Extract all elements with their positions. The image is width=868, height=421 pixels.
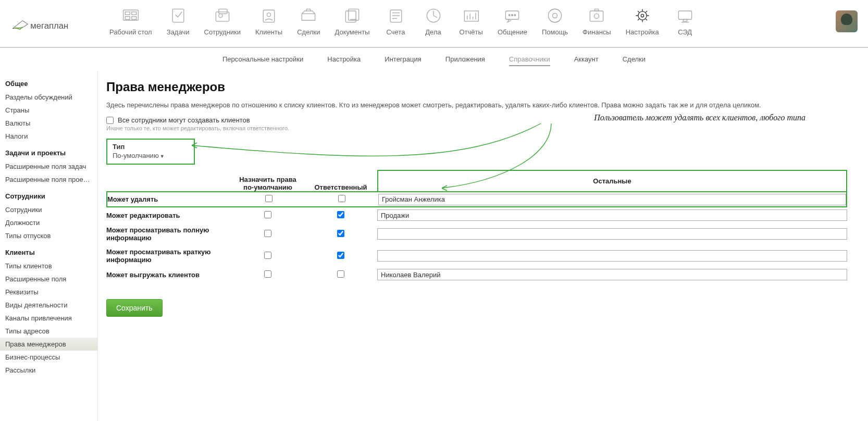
subnav-item-4[interactable]: Справочники (509, 55, 550, 66)
permission-responsible-checkbox[interactable] (337, 270, 344, 278)
permission-default-checkbox[interactable] (264, 211, 271, 218)
svg-rect-34 (595, 9, 599, 11)
topnav-item-12[interactable]: Настройка (626, 6, 659, 36)
topnav-item-0[interactable]: Рабочий стол (109, 6, 152, 36)
topnav-item-9[interactable]: Общение (498, 6, 527, 36)
avatar[interactable] (836, 10, 858, 32)
permissions-table: Назначить права по-умолчанию Ответственн… (106, 170, 847, 282)
subnav-item-1[interactable]: Настройка (327, 55, 361, 66)
sidebar-item[interactable]: Реквизиты (0, 286, 97, 299)
permission-others-input[interactable] (378, 194, 846, 205)
topnav-item-7[interactable]: Дела (422, 6, 445, 36)
topnav-icon (297, 6, 320, 25)
topnav-item-6[interactable]: Счета (385, 6, 407, 36)
svg-rect-21 (465, 11, 479, 21)
svg-point-28 (512, 15, 513, 16)
topnav-item-5[interactable]: Документы (334, 6, 369, 36)
sidebar-item[interactable]: Налоги (0, 130, 97, 143)
sidebar-group-title: Клиенты (0, 244, 97, 259)
sidebar-item[interactable]: Должности (0, 216, 97, 229)
svg-point-30 (548, 9, 561, 22)
svg-point-27 (509, 15, 511, 16)
subnav-item-0[interactable]: Персональные настройки (222, 55, 303, 66)
svg-line-20 (433, 16, 437, 18)
permission-default-checkbox[interactable] (265, 195, 272, 202)
topnav-label: Рабочий стол (109, 28, 152, 36)
topnav-icon (631, 6, 654, 25)
svg-rect-5 (132, 17, 137, 19)
subnav: Персональные настройкиНастройкаИнтеграци… (0, 48, 868, 71)
topnav: Рабочий столЗадачиСотрудникиКлиентыСделк… (109, 6, 825, 36)
svg-point-29 (514, 15, 516, 16)
topnav-item-11[interactable]: Финансы (582, 6, 611, 36)
topnav-item-4[interactable]: Сделки (297, 6, 320, 36)
svg-rect-14 (390, 10, 402, 22)
permission-others-input[interactable] (377, 250, 847, 262)
topnav-label: Настройка (626, 28, 659, 36)
svg-point-35 (638, 11, 647, 20)
topnav-item-10[interactable]: Помощь (542, 6, 568, 36)
permission-default-checkbox[interactable] (264, 230, 271, 237)
sidebar-item[interactable]: Валюты (0, 117, 97, 130)
sidebar-item[interactable]: Страны (0, 104, 97, 117)
topnav-item-13[interactable]: СЭД (674, 6, 697, 36)
sidebar-item[interactable]: Типы отпусков (0, 229, 97, 242)
page-title: Права менеджеров (106, 80, 847, 94)
subnav-item-2[interactable]: Интеграция (385, 55, 421, 66)
topnav-item-2[interactable]: Сотрудники (204, 6, 241, 36)
sidebar-item[interactable]: Типы адресов (0, 325, 97, 338)
subnav-item-5[interactable]: Аккаунт (574, 55, 599, 66)
topnav-icon (422, 6, 445, 25)
permission-label: Может просматривать полную информацию (106, 224, 231, 244)
svg-rect-32 (590, 11, 603, 21)
sidebar-item[interactable]: Разделы обсуждений (0, 91, 97, 104)
svg-rect-9 (219, 9, 227, 14)
sidebar-item[interactable]: Расширенные поля (0, 273, 97, 286)
topnav-icon (674, 6, 697, 25)
sidebar-item[interactable]: Расширенные поля задач (0, 160, 97, 173)
subnav-item-3[interactable]: Приложения (445, 55, 485, 66)
col-default: Назначить права по-умолчанию (231, 176, 304, 191)
permission-default-checkbox[interactable] (264, 252, 271, 259)
topnav-item-3[interactable]: Клиенты (255, 6, 282, 36)
sidebar-item[interactable]: Виды деятельности (0, 299, 97, 312)
sidebar-item[interactable]: Типы клиентов (0, 259, 97, 273)
sidebar-item[interactable]: Расширенные поля проек… (0, 173, 97, 186)
col-responsible: Ответственный (304, 183, 377, 191)
svg-rect-10 (263, 10, 275, 22)
permission-responsible-checkbox[interactable] (338, 195, 345, 202)
type-value: По-умолчанию▼ (113, 152, 189, 159)
topnav-icon (167, 6, 190, 25)
permission-label: Может удалять (107, 193, 232, 205)
chevron-down-icon: ▼ (160, 154, 165, 159)
permission-responsible-checkbox[interactable] (337, 211, 344, 218)
sidebar-item[interactable]: Сотрудники (0, 203, 97, 216)
sidebar-item[interactable]: Права менеджеров (0, 338, 97, 351)
type-selector[interactable]: Тип По-умолчанию▼ (106, 139, 195, 165)
svg-point-33 (594, 14, 599, 18)
svg-rect-38 (683, 19, 687, 21)
permission-row: Может просматривать полную информацию (106, 223, 847, 245)
sidebar-group-title: Задачи и проекты (0, 145, 97, 160)
permission-others-input[interactable] (377, 209, 847, 221)
topnav-item-8[interactable]: Отчёты (460, 6, 483, 36)
sidebar-item[interactable]: Рассылки (0, 364, 97, 377)
all-employees-create-label: Все сотрудники могут создавать клиентов (118, 116, 250, 124)
logo[interactable]: мегаплан (10, 16, 89, 34)
permission-responsible-checkbox[interactable] (337, 230, 344, 237)
topnav-icon (385, 6, 407, 25)
permission-responsible-checkbox[interactable] (337, 252, 344, 259)
save-button[interactable]: Сохранить (106, 299, 163, 317)
permission-default-checkbox[interactable] (264, 270, 271, 278)
permission-others-input[interactable] (377, 269, 847, 280)
sidebar-item[interactable]: Каналы привлечения (0, 312, 97, 325)
permission-others-input[interactable] (377, 228, 847, 240)
topnav-item-1[interactable]: Задачи (167, 6, 190, 36)
topnav-label: Сотрудники (204, 28, 241, 36)
all-employees-create-checkbox[interactable] (106, 117, 114, 124)
svg-rect-3 (132, 12, 137, 15)
subnav-item-6[interactable]: Сделки (623, 55, 646, 66)
col-others: Остальные (377, 170, 847, 191)
sidebar-item[interactable]: Бизнес-процессы (0, 351, 97, 364)
topnav-label: Отчёты (460, 28, 483, 36)
